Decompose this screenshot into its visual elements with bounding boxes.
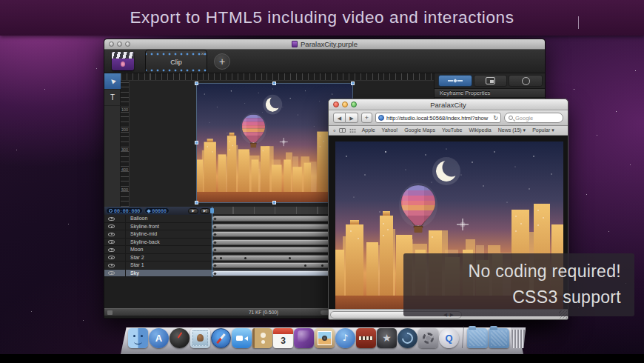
element-icon	[486, 77, 495, 84]
frame-icon	[147, 209, 151, 213]
selection-handle[interactable]	[272, 81, 276, 85]
keyframe-dot[interactable]	[244, 257, 246, 259]
banner-cursor-artifact	[578, 16, 579, 29]
dock-icon-ical[interactable]	[273, 328, 293, 348]
banner: Export to HTML5 including video and inte…	[0, 0, 644, 36]
editor-window-title: ParalaxCity.purple	[104, 40, 545, 48]
visibility-eye-icon[interactable]	[108, 217, 115, 221]
scrollbar-knob[interactable]	[107, 310, 113, 315]
banner-text: Export to HTML5 including video and inte…	[130, 8, 514, 27]
bookmark-link[interactable]: Google Maps	[404, 127, 435, 133]
dock-icon-app-store[interactable]	[149, 328, 169, 348]
dock-icon-mail[interactable]	[190, 328, 210, 348]
layer-name: Skyline-mid	[125, 230, 157, 239]
forward-button[interactable]: ▶	[346, 113, 358, 123]
selection-handle[interactable]	[195, 81, 198, 85]
dock-icon-safari[interactable]	[211, 328, 231, 348]
globe-favicon	[378, 115, 384, 121]
clock-icon	[109, 209, 113, 213]
search-field[interactable]: Google	[504, 113, 563, 123]
bookmark-link[interactable]: Wikipedia	[469, 127, 491, 133]
visibility-eye-icon[interactable]	[108, 240, 115, 244]
playhead[interactable]	[212, 207, 212, 277]
dock-icon-contacts[interactable]	[252, 328, 272, 348]
timeline-controls: 00:00:000 00000 ▶ ▶|	[104, 207, 212, 215]
bottom-black-strip	[0, 354, 644, 363]
address-bar[interactable]: http://studio.local:50568/index.html?sho…	[375, 113, 501, 123]
selection-handle[interactable]	[351, 81, 355, 85]
keyframe-dot[interactable]	[321, 264, 323, 267]
visibility-eye-icon[interactable]	[108, 271, 115, 275]
keyframe-count-status: 71 KF (0-500)	[215, 309, 312, 316]
history-arrows-icon[interactable]: ‹›	[333, 128, 335, 133]
bookmark-link[interactable]: Popular ▾	[532, 127, 554, 133]
bookmark-link[interactable]: News (15) ▾	[498, 127, 526, 133]
browser-window-title: ParalaxCity	[329, 101, 568, 109]
visibility-eye-icon[interactable]	[108, 248, 115, 252]
selection-handle[interactable]	[195, 201, 198, 204]
panel-header: Keyframe Properties	[435, 89, 545, 98]
keyframe-dot[interactable]	[220, 257, 222, 259]
dock-icon-imovie[interactable]	[377, 328, 397, 348]
layer-name: Skyline-front	[125, 223, 159, 231]
add-clip-button[interactable]: +	[214, 53, 230, 70]
visibility-eye-icon[interactable]	[108, 233, 115, 236]
bookmarks-book-icon[interactable]	[339, 128, 346, 133]
dock-icon-dashboard[interactable]	[170, 328, 189, 348]
caption-line-1: No coding required!	[403, 259, 621, 284]
selection-handle[interactable]	[195, 141, 198, 144]
dock-icon-purple-animator[interactable]	[294, 328, 314, 348]
nav-buttons: ◀ ▶	[333, 113, 358, 123]
layer-name: Star 1	[125, 262, 144, 270]
frame-display: 00000	[144, 207, 170, 214]
transport-controls: ▶ ▶|	[188, 208, 210, 214]
playhead-handle[interactable]	[210, 208, 214, 213]
browser-toolbar: ◀ ▶ + http://studio.local:50568/index.ht…	[329, 110, 568, 126]
dock-icon-photo-booth[interactable]	[356, 328, 376, 348]
bookmark-link[interactable]: YouTube	[442, 127, 463, 133]
clip-tab[interactable]: Clip ×	[145, 50, 207, 73]
visibility-eye-icon[interactable]	[108, 256, 115, 259]
back-button[interactable]: ◀	[333, 113, 346, 123]
screen: Export to HTML5 including video and inte…	[0, 0, 644, 363]
bookmark-link[interactable]: Yahoo!	[382, 127, 398, 133]
scene-tab[interactable]	[509, 75, 543, 87]
selection-handle[interactable]	[272, 201, 276, 204]
keyframe-dot[interactable]	[289, 257, 291, 259]
new-tab-button[interactable]: +	[361, 113, 372, 123]
horizontal-ruler: 01002003004005006007008009001,0001,100	[121, 73, 434, 81]
keyframe-dot[interactable]	[304, 264, 306, 267]
text-tool-button[interactable]: T	[104, 90, 121, 106]
dock-icon-finder[interactable]	[128, 328, 148, 348]
dock-icon-folder-applications[interactable]	[467, 328, 488, 348]
dock-icon-system-preferences[interactable]	[418, 328, 438, 348]
reload-icon[interactable]: ↻	[493, 115, 498, 121]
play-button[interactable]: ▶	[188, 208, 198, 214]
search-icon	[509, 116, 513, 120]
step-button[interactable]: ▶|	[200, 208, 210, 214]
dock-icon-divider[interactable]	[462, 326, 464, 348]
editor-titlebar[interactable]: ParalaxCity.purple	[104, 39, 545, 50]
dock-icon-quicktime[interactable]	[439, 328, 459, 348]
dock-icon-trash[interactable]	[510, 327, 526, 348]
bookmark-link[interactable]: Apple	[362, 127, 375, 133]
scene-icon	[522, 77, 530, 85]
dock-icon-iphoto[interactable]	[315, 328, 335, 348]
select-tool-button[interactable]: ▶	[104, 73, 121, 90]
dock-icon-itunes[interactable]	[335, 328, 355, 348]
close-tab-icon[interactable]: ×	[201, 51, 204, 57]
url-text: http://studio.local:50568/index.html?sho…	[386, 115, 491, 121]
bookmarks-bar: ‹› AppleYahoo!Google MapsYouTubeWikipedi…	[329, 126, 568, 136]
dock-icon-facetime[interactable]	[232, 328, 252, 348]
caption-box: No coding required! CSS3 support	[403, 253, 634, 316]
keyframe-tab[interactable]	[438, 75, 472, 87]
dock-icon-time-machine[interactable]	[398, 328, 417, 348]
visibility-eye-icon[interactable]	[108, 224, 115, 228]
element-tab[interactable]	[474, 75, 508, 87]
layer-name: Sky	[125, 270, 139, 278]
panel-tabs	[435, 73, 545, 89]
visibility-eye-icon[interactable]	[108, 264, 115, 267]
browser-titlebar[interactable]: ParalaxCity	[329, 99, 568, 110]
dock-icon-folder-documents[interactable]	[489, 328, 509, 348]
topsites-grid-icon[interactable]	[349, 128, 356, 133]
